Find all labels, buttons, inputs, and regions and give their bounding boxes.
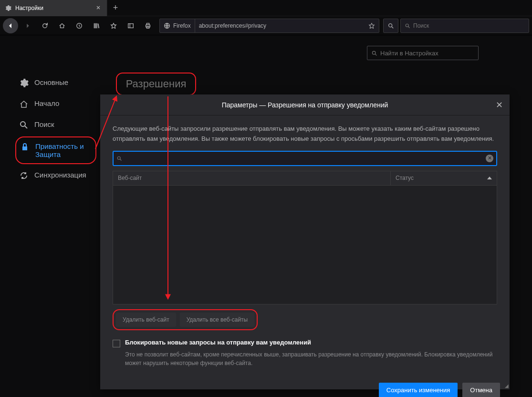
close-icon[interactable]: ✕ xyxy=(493,99,505,111)
settings-sidebar: Основные Начало Поиск Приватность и Защи… xyxy=(15,73,96,185)
column-status[interactable]: Статус xyxy=(391,171,497,185)
website-search-field[interactable] xyxy=(125,155,483,162)
sidebar-item-home[interactable]: Начало xyxy=(15,94,96,114)
sidebar-button[interactable] xyxy=(123,18,138,33)
identity-box[interactable]: Firefox xyxy=(160,19,195,32)
lock-icon xyxy=(20,142,30,152)
url-text: about:preferences#privacy xyxy=(195,22,365,29)
sidebar-label: Основные xyxy=(34,78,68,86)
search-placeholder: Поиск xyxy=(413,22,429,29)
gear-icon xyxy=(19,78,29,88)
sort-up-icon xyxy=(487,177,492,179)
browser-tab[interactable]: Настройки xyxy=(0,0,107,16)
new-tab-button[interactable]: + xyxy=(107,0,124,16)
svg-point-7 xyxy=(406,24,408,27)
svg-point-10 xyxy=(117,157,120,159)
website-search-input[interactable]: ✕ xyxy=(113,151,497,166)
search-icon xyxy=(371,50,377,56)
dialog-footer: Сохранить изменения Отмена xyxy=(100,376,510,397)
sidebar-label: Синхронизация xyxy=(34,171,86,179)
sidebar-item-general[interactable]: Основные xyxy=(15,73,96,93)
home-icon xyxy=(19,99,29,109)
remove-all-websites-button[interactable]: Удалить все веб-сайты xyxy=(180,313,255,327)
column-website[interactable]: Веб-сайт xyxy=(113,171,391,185)
print-button[interactable] xyxy=(140,18,156,33)
svg-point-9 xyxy=(21,122,25,126)
sidebar-label: Поиск xyxy=(34,120,54,128)
identity-label: Firefox xyxy=(173,22,191,29)
sidebar-item-privacy[interactable]: Приватность и Защита xyxy=(15,136,96,164)
library-button[interactable] xyxy=(89,18,104,33)
toolbar: Firefox about:preferences#privacy Поиск xyxy=(0,16,532,35)
search-icon xyxy=(19,120,29,130)
dialog-description: Следующие веб-сайты запросили разрешение… xyxy=(113,124,497,144)
tab-title: Настройки xyxy=(15,5,92,11)
save-button[interactable]: Сохранить изменения xyxy=(379,383,458,397)
pocket-button[interactable] xyxy=(106,18,121,33)
reload-button[interactable] xyxy=(37,18,52,33)
block-checkbox-label: Блокировать новые запросы на отправку ва… xyxy=(125,339,311,346)
table-header: Веб-сайт Статус xyxy=(113,171,497,186)
block-checkbox[interactable] xyxy=(113,340,120,347)
block-description: Это не позволит веб-сайтам, кроме перечи… xyxy=(125,350,497,367)
svg-point-6 xyxy=(389,23,392,27)
settings-search[interactable]: Найти в Настройках xyxy=(367,46,479,60)
search-button[interactable] xyxy=(383,19,398,33)
annotation-box: Разрешения xyxy=(116,73,196,95)
tab-bar: Настройки + xyxy=(0,0,532,16)
home-button[interactable] xyxy=(54,18,70,33)
bookmark-star-icon[interactable] xyxy=(365,22,379,29)
back-button[interactable] xyxy=(3,18,18,33)
annotation-box: Удалить веб-сайт Удалить все веб-сайты xyxy=(113,309,258,330)
content-area: Найти в Настройках Основные Начало Поиск… xyxy=(0,35,532,397)
sync-icon xyxy=(19,171,29,180)
button-row: Удалить веб-сайт Удалить все веб-сайты xyxy=(113,309,497,330)
cancel-button[interactable]: Отмена xyxy=(462,383,500,397)
svg-rect-4 xyxy=(146,26,149,28)
permissions-dialog: Параметры — Разрешения на отправку уведо… xyxy=(100,94,510,389)
clear-icon[interactable]: ✕ xyxy=(486,155,493,162)
sidebar-label: Начало xyxy=(34,99,59,107)
history-button[interactable] xyxy=(72,18,87,33)
remove-website-button[interactable]: Удалить веб-сайт xyxy=(116,313,176,327)
search-bar[interactable]: Поиск xyxy=(400,19,529,33)
svg-point-8 xyxy=(372,51,376,54)
dialog-body: Следующие веб-сайты запросили разрешение… xyxy=(100,115,510,376)
forward-button[interactable] xyxy=(20,18,35,33)
sidebar-item-search[interactable]: Поиск xyxy=(15,115,96,135)
dialog-header: Параметры — Разрешения на отправку уведо… xyxy=(100,94,510,115)
settings-search-placeholder: Найти в Настройках xyxy=(380,50,438,57)
block-checkbox-row: Блокировать новые запросы на отправку ва… xyxy=(113,339,497,347)
svg-rect-1 xyxy=(128,23,134,28)
search-icon xyxy=(405,23,410,29)
search-icon xyxy=(116,156,122,161)
section-title: Разрешения xyxy=(126,78,187,90)
close-icon[interactable] xyxy=(95,5,102,11)
svg-rect-3 xyxy=(146,23,149,25)
gear-icon xyxy=(5,5,11,11)
dialog-title: Параметры — Разрешения на отправку уведо… xyxy=(222,101,388,109)
sidebar-item-sync[interactable]: Синхронизация xyxy=(15,166,96,185)
sidebar-label: Приватность и Защита xyxy=(35,142,92,158)
websites-table: Веб-сайт Статус xyxy=(113,171,497,304)
resize-grip-icon[interactable]: ◢ xyxy=(505,383,509,388)
url-bar[interactable]: Firefox about:preferences#privacy xyxy=(159,19,379,33)
